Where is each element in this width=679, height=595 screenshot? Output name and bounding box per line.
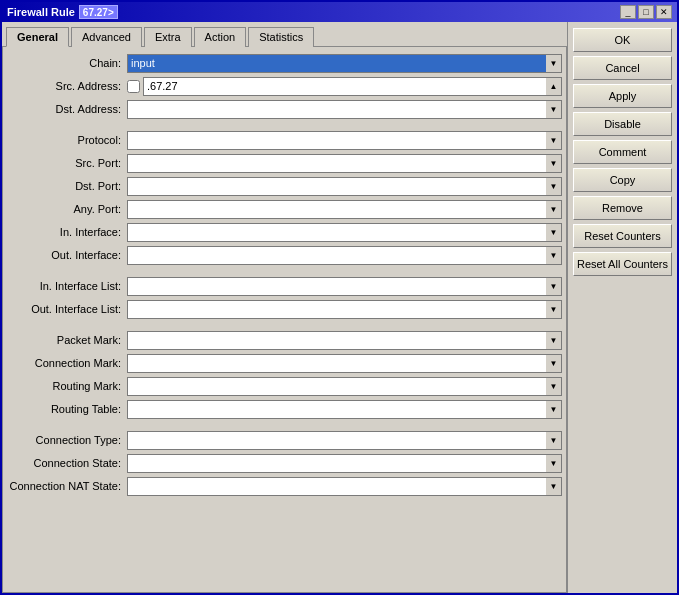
dst-address-dropdown-btn[interactable]: ▼ [546, 100, 562, 119]
connection-mark-input[interactable] [127, 354, 546, 373]
routing-table-dropdown-btn[interactable]: ▼ [546, 400, 562, 419]
routing-table-input[interactable] [127, 400, 546, 419]
in-interface-input-wrap: ▼ [127, 223, 562, 242]
out-interface-dropdown-btn[interactable]: ▼ [546, 246, 562, 265]
out-interface-list-dropdown-btn[interactable]: ▼ [546, 300, 562, 319]
tab-extra[interactable]: Extra [144, 27, 192, 47]
apply-button[interactable]: Apply [573, 84, 672, 108]
routing-table-row: Routing Table: ▼ [7, 399, 562, 419]
copy-button[interactable]: Copy [573, 168, 672, 192]
protocol-dropdown-btn[interactable]: ▼ [546, 131, 562, 150]
packet-mark-label: Packet Mark: [7, 334, 127, 346]
routing-mark-input[interactable] [127, 377, 546, 396]
dst-address-input[interactable] [127, 100, 546, 119]
reset-all-counters-button[interactable]: Reset All Counters [573, 252, 672, 276]
title-bar-left: Firewall Rule 67.27> [7, 5, 118, 19]
in-interface-row: In. Interface: ▼ [7, 222, 562, 242]
src-address-wrap: ▲ [127, 77, 562, 96]
protocol-row: Protocol: ▼ [7, 130, 562, 150]
chain-input[interactable] [127, 54, 546, 73]
remove-button[interactable]: Remove [573, 196, 672, 220]
tab-general[interactable]: General [6, 27, 69, 47]
src-port-dropdown-btn[interactable]: ▼ [546, 154, 562, 173]
src-address-scroll-up[interactable]: ▲ [546, 77, 562, 96]
title-bar: Firewall Rule 67.27> _ □ ✕ [2, 2, 677, 22]
gap3 [7, 322, 562, 330]
connection-mark-input-wrap: ▼ [127, 354, 562, 373]
connection-type-input[interactable] [127, 431, 546, 450]
minimize-button[interactable]: _ [620, 5, 636, 19]
connection-state-dropdown-btn[interactable]: ▼ [546, 454, 562, 473]
connection-mark-label: Connection Mark: [7, 357, 127, 369]
dst-port-input[interactable] [127, 177, 546, 196]
protocol-wrap: ▼ [127, 131, 562, 150]
form-panel: Chain: ▼ Src. Address: [2, 47, 567, 593]
connection-state-input-wrap: ▼ [127, 454, 562, 473]
restore-button[interactable]: □ [638, 5, 654, 19]
in-interface-list-wrap: ▼ [127, 277, 562, 296]
src-port-input[interactable] [127, 154, 546, 173]
dst-address-row: Dst. Address: ▼ [7, 99, 562, 119]
comment-button[interactable]: Comment [573, 140, 672, 164]
title-ip-box: 67.27> [79, 5, 118, 19]
disable-button[interactable]: Disable [573, 112, 672, 136]
chain-label: Chain: [7, 57, 127, 69]
packet-mark-wrap: ▼ [127, 331, 562, 350]
src-address-checkbox[interactable] [127, 80, 140, 93]
dst-address-input-wrap: ▼ [127, 100, 562, 119]
gap4 [7, 422, 562, 430]
out-interface-input[interactable] [127, 246, 546, 265]
routing-mark-wrap: ▼ [127, 377, 562, 396]
chain-dropdown-btn[interactable]: ▼ [546, 54, 562, 73]
packet-mark-dropdown-btn[interactable]: ▼ [546, 331, 562, 350]
out-interface-list-row: Out. Interface List: ▼ [7, 299, 562, 319]
connection-nat-state-wrap: ▼ [127, 477, 562, 496]
out-interface-list-input-wrap: ▼ [127, 300, 562, 319]
tab-action[interactable]: Action [194, 27, 247, 47]
any-port-label: Any. Port: [7, 203, 127, 215]
connection-state-input[interactable] [127, 454, 546, 473]
packet-mark-input[interactable] [127, 331, 546, 350]
packet-mark-input-wrap: ▼ [127, 331, 562, 350]
tab-statistics[interactable]: Statistics [248, 27, 314, 47]
reset-counters-button[interactable]: Reset Counters [573, 224, 672, 248]
chain-input-wrap: ▼ [127, 54, 562, 73]
tab-advanced[interactable]: Advanced [71, 27, 142, 47]
connection-state-row: Connection State: ▼ [7, 453, 562, 473]
cancel-button[interactable]: Cancel [573, 56, 672, 80]
src-address-input[interactable] [143, 77, 546, 96]
connection-type-row: Connection Type: ▼ [7, 430, 562, 450]
any-port-input[interactable] [127, 200, 546, 219]
protocol-input[interactable] [127, 131, 546, 150]
in-interface-input[interactable] [127, 223, 546, 242]
content-area: General Advanced Extra Action Statistics… [2, 22, 677, 593]
src-port-label: Src. Port: [7, 157, 127, 169]
src-address-input-wrap: ▲ [143, 77, 562, 96]
out-interface-label: Out. Interface: [7, 249, 127, 261]
src-port-wrap: ▼ [127, 154, 562, 173]
connection-nat-state-label: Connection NAT State: [7, 480, 127, 492]
dst-port-dropdown-btn[interactable]: ▼ [546, 177, 562, 196]
dst-port-input-wrap: ▼ [127, 177, 562, 196]
in-interface-dropdown-btn[interactable]: ▼ [546, 223, 562, 242]
in-interface-list-input-wrap: ▼ [127, 277, 562, 296]
close-button[interactable]: ✕ [656, 5, 672, 19]
out-interface-list-input[interactable] [127, 300, 546, 319]
out-interface-wrap: ▼ [127, 246, 562, 265]
any-port-dropdown-btn[interactable]: ▼ [546, 200, 562, 219]
connection-type-dropdown-btn[interactable]: ▼ [546, 431, 562, 450]
dst-port-wrap: ▼ [127, 177, 562, 196]
any-port-input-wrap: ▼ [127, 200, 562, 219]
connection-mark-row: Connection Mark: ▼ [7, 353, 562, 373]
connection-mark-dropdown-btn[interactable]: ▼ [546, 354, 562, 373]
connection-type-input-wrap: ▼ [127, 431, 562, 450]
dst-port-label: Dst. Port: [7, 180, 127, 192]
connection-nat-state-input[interactable] [127, 477, 546, 496]
connection-nat-state-dropdown-btn[interactable]: ▼ [546, 477, 562, 496]
in-interface-wrap: ▼ [127, 223, 562, 242]
routing-mark-dropdown-btn[interactable]: ▼ [546, 377, 562, 396]
in-interface-list-dropdown-btn[interactable]: ▼ [546, 277, 562, 296]
ok-button[interactable]: OK [573, 28, 672, 52]
in-interface-list-input[interactable] [127, 277, 546, 296]
gap2 [7, 268, 562, 276]
